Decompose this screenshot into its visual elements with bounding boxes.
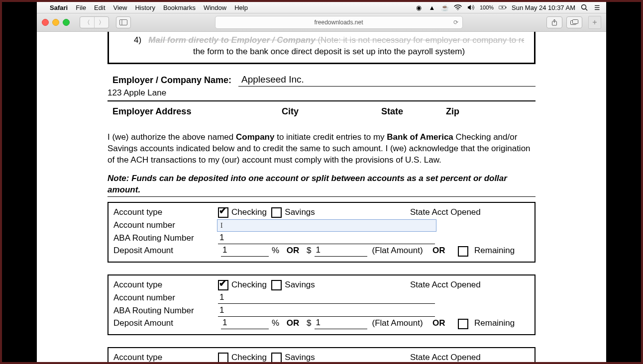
deposit-label: Deposit Amount (113, 245, 218, 257)
reload-icon[interactable]: ⟳ (453, 19, 458, 26)
account-number-label: Account number (113, 292, 218, 304)
menu-view[interactable]: View (113, 4, 127, 11)
or-label-1: OR (284, 245, 299, 257)
zoom-window-button[interactable] (63, 19, 70, 26)
checking-checkbox[interactable] (218, 207, 228, 218)
dollar-label: $ (304, 318, 311, 329)
col-employer-address: Employer Address (112, 105, 282, 117)
mac-desktop: Safari File Edit View History Bookmarks … (37, 2, 606, 362)
savings-checkbox[interactable] (271, 207, 282, 218)
minimize-window-button[interactable] (52, 19, 59, 26)
mac-menu-bar: Safari File Edit View History Bookmarks … (37, 2, 606, 13)
aba-label: ABA Routing Number (113, 233, 218, 244)
remaining-label: Remaining (474, 318, 515, 329)
account-box-1: Account typeChecking SavingsState Acct O… (107, 202, 536, 263)
menu-file[interactable]: File (76, 4, 86, 11)
page-viewport[interactable]: 4) Mail form directly to Employer / Comp… (37, 32, 606, 362)
aba-field[interactable]: 1 (218, 305, 435, 317)
note-line: Note: Funds can be deposited into one ac… (107, 173, 536, 197)
svg-line-3 (586, 9, 588, 11)
percent-label: % (272, 245, 279, 257)
address-bar[interactable]: freedownloads.net ⟳ (215, 16, 463, 29)
battery-percent: 100% (480, 4, 494, 10)
coffee-icon[interactable]: ☕ (441, 3, 449, 11)
remaining-label: Remaining (474, 245, 515, 257)
deposit-label: Deposit Amount (113, 318, 218, 329)
col-zip: Zip (446, 105, 486, 117)
employer-label: Employer / Company Name: (107, 74, 231, 86)
tabs-button[interactable] (566, 16, 582, 28)
svg-rect-4 (120, 20, 127, 25)
svg-point-2 (582, 5, 586, 9)
wifi-icon[interactable] (454, 3, 462, 11)
nav-back-forward: 〈 〉 (80, 16, 109, 28)
menu-window[interactable]: Window (204, 4, 226, 11)
volume-icon[interactable] (467, 3, 475, 11)
savings-label: Savings (285, 352, 315, 362)
instruction-bullet: 4) (134, 35, 141, 45)
forward-button[interactable]: 〉 (94, 17, 108, 28)
state-opened-label: State Acct Opened (410, 207, 530, 218)
percent-label: % (272, 318, 279, 329)
checking-label: Checking (231, 207, 267, 218)
authorization-text: I (we) authorize the above named Company… (107, 132, 536, 166)
back-button[interactable]: 〈 (80, 17, 94, 28)
app-menu-safari[interactable]: Safari (50, 4, 68, 11)
pdf-form: 4) Mail form directly to Employer / Comp… (107, 32, 536, 362)
or-label-1: OR (284, 318, 299, 329)
state-opened-label: State Acct Opened (410, 279, 530, 291)
deposit-flat-field[interactable]: 1 (315, 317, 367, 329)
close-window-button[interactable] (42, 19, 49, 26)
checking-label: Checking (231, 279, 267, 291)
window-controls (42, 19, 70, 26)
battery-icon[interactable] (499, 3, 507, 11)
app-frame: Safari File Edit View History Bookmarks … (0, 0, 643, 364)
new-tab-button[interactable]: + (588, 16, 601, 29)
safari-toolbar: 〈 〉 freedownloads.net ⟳ + (37, 13, 606, 32)
svg-rect-8 (573, 20, 578, 24)
employer-address-field[interactable]: 123 Apple Lane (107, 88, 536, 99)
remaining-checkbox[interactable] (458, 319, 468, 329)
menu-history[interactable]: History (135, 4, 155, 11)
sidebar-toggle-button[interactable] (116, 16, 131, 28)
or-label-2: OR (428, 245, 445, 257)
account-type-label: Account type (113, 279, 218, 291)
employer-name-field[interactable]: Appleseed Inc. (238, 73, 536, 87)
menu-bookmarks[interactable]: Bookmarks (163, 4, 196, 11)
record-icon[interactable]: ◉ (415, 3, 423, 11)
menu-help[interactable]: Help (234, 4, 248, 11)
notifications-icon[interactable]: ▲ (428, 3, 436, 11)
aba-field[interactable]: 1 (218, 232, 435, 244)
aba-label: ABA Routing Number (113, 305, 218, 317)
col-city: City (282, 105, 381, 117)
instruction-struck: Mail form directly to Employer / Company (148, 35, 318, 45)
deposit-percent-field[interactable]: 1 (221, 245, 269, 257)
deposit-percent-field[interactable]: 1 (221, 317, 269, 329)
remaining-checkbox[interactable] (458, 246, 468, 257)
account-number-field[interactable]: 1 (218, 292, 435, 304)
savings-label: Savings (285, 279, 315, 291)
account-box-3: Account typeChecking SavingsState Acct O… (107, 347, 536, 362)
share-button[interactable] (546, 16, 562, 28)
savings-label: Savings (285, 207, 315, 218)
account-number-field[interactable]: I (217, 219, 436, 232)
instruction-line2: the form to the bank once direct deposit… (134, 46, 524, 58)
instruction-tail: (Note: it is not necessary for employer … (318, 35, 524, 45)
account-number-label: Account number (113, 220, 218, 231)
menu-edit[interactable]: Edit (94, 4, 105, 11)
spotlight-icon[interactable] (580, 3, 588, 11)
flat-amount-label: (Flat Amount) (372, 245, 423, 257)
dollar-label: $ (304, 245, 311, 257)
checking-checkbox[interactable] (218, 353, 228, 362)
checking-checkbox[interactable] (218, 280, 228, 290)
savings-checkbox[interactable] (271, 353, 282, 362)
menu-list-icon[interactable]: ☰ (593, 3, 601, 11)
checking-label: Checking (231, 352, 267, 362)
col-state: State (381, 105, 446, 117)
account-box-2: Account typeChecking SavingsState Acct O… (107, 274, 536, 335)
menubar-datetime[interactable]: Sun May 24 10:37 AM (512, 4, 575, 11)
account-type-label: Account type (113, 352, 218, 362)
account-type-label: Account type (113, 207, 218, 218)
deposit-flat-field[interactable]: 1 (315, 245, 367, 257)
savings-checkbox[interactable] (271, 280, 282, 290)
